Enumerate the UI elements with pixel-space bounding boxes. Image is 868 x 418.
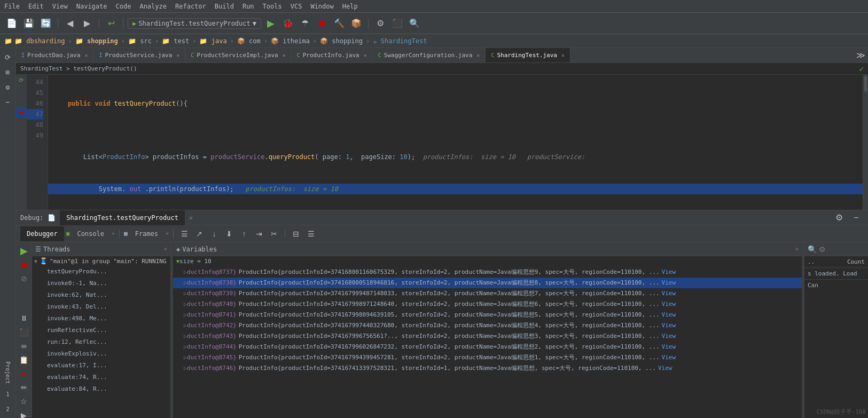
var-row-7-view[interactable]: View bbox=[662, 332, 676, 341]
editor-breadcrumb-class[interactable]: ShardingTest > testQueryProduct() bbox=[20, 65, 137, 72]
debug-btn[interactable]: 🐞 bbox=[280, 16, 295, 31]
menu-tools[interactable]: Tools bbox=[263, 3, 282, 10]
tab-shardingtest[interactable]: C ShardingTest.java ✕ bbox=[486, 48, 570, 63]
breadcrumb-shopping2[interactable]: 📦 shopping bbox=[320, 37, 363, 45]
save-btn[interactable]: 💾 bbox=[21, 16, 36, 31]
run-btn[interactable]: ▶ bbox=[263, 16, 278, 31]
debug-settings-btn[interactable]: ⚙ bbox=[832, 210, 847, 225]
tab-console[interactable]: Console bbox=[71, 226, 111, 241]
restore-layout-btn[interactable]: ⊟ bbox=[290, 227, 302, 240]
var-row-0[interactable]: ▼ size = 10 bbox=[173, 256, 802, 267]
thread-group-main[interactable]: ▼ 🧵 "main"@1 in group "main": RUNNING bbox=[32, 256, 170, 266]
search-everywhere-btn[interactable]: 🔍 bbox=[407, 16, 422, 31]
debug-arrow-btn[interactable]: ▶ bbox=[18, 409, 30, 418]
thread-item-6[interactable]: run:12, Reflec... bbox=[32, 336, 170, 348]
build2-btn[interactable]: 📦 bbox=[349, 16, 364, 31]
var-row-5[interactable]: ▷ ductInfo@8741} ProductInfo{productInfo… bbox=[173, 310, 802, 320]
tab-shardingtest-close[interactable]: ✕ bbox=[561, 52, 565, 58]
debug-copy-btn[interactable]: 📋 bbox=[18, 353, 30, 366]
thread-item-3[interactable]: invoke:43, Del... bbox=[32, 301, 170, 313]
breadcrumb-test[interactable]: 📁 test bbox=[162, 37, 189, 45]
frames-add[interactable]: + bbox=[166, 231, 169, 236]
sidebar-icon-1[interactable]: 1 bbox=[1, 387, 15, 401]
var-row-5-view[interactable]: View bbox=[662, 310, 676, 320]
build-btn[interactable]: 🔨 bbox=[332, 16, 347, 31]
var-row-7[interactable]: ▷ ductInfo@8743} ProductInfo{productInfo… bbox=[173, 331, 802, 342]
forward-btn[interactable]: ▶ bbox=[80, 16, 95, 31]
debug-session-tab[interactable]: ShardingTest.testQueryProduct bbox=[60, 210, 185, 225]
tab-debugger[interactable]: Debugger bbox=[20, 226, 64, 241]
coverage-btn[interactable]: ☂ bbox=[298, 16, 312, 31]
console-add[interactable]: + bbox=[112, 231, 115, 236]
show-execution-btn[interactable]: ☰ bbox=[178, 227, 191, 240]
debug-resume-btn[interactable]: ▶ bbox=[18, 245, 30, 257]
tab-swaggerconfiguration-close[interactable]: ✕ bbox=[476, 52, 480, 58]
terminal-btn[interactable]: ⬛ bbox=[390, 16, 405, 31]
var-row-8-view[interactable]: View bbox=[662, 342, 676, 352]
run-config-selector[interactable]: ▶ ShardingTest.testQueryProduct ▼ bbox=[128, 18, 261, 29]
debug-session-close[interactable]: ✕ bbox=[189, 214, 193, 222]
tab-productdao[interactable]: I ProductDao.java ✕ bbox=[16, 48, 93, 63]
breadcrumb-itheima[interactable]: 📦 itheima bbox=[271, 37, 310, 45]
debug-stop3-btn[interactable]: ⬛ bbox=[18, 326, 30, 338]
var-row-4-view[interactable]: View bbox=[662, 299, 676, 309]
run-to-cursor-btn[interactable]: ⇥ bbox=[253, 227, 265, 240]
var-row-10[interactable]: ▷ ductInfo@8746} ProductInfo{productInfo… bbox=[173, 363, 802, 374]
debug-mute-btn[interactable]: ⊘ bbox=[18, 272, 30, 285]
variables-options[interactable]: + bbox=[795, 246, 799, 253]
menu-vcs[interactable]: VCS bbox=[291, 3, 302, 10]
evaluate-btn[interactable]: ✂ bbox=[268, 227, 280, 240]
var-row-3[interactable]: ▷ ductInfo@8739} ProductInfo{productInfo… bbox=[173, 288, 802, 299]
step-out-btn[interactable]: ↑ bbox=[238, 227, 251, 240]
sidebar-icon-project[interactable]: Project bbox=[4, 359, 12, 386]
thread-item-10[interactable]: evaluate:84, R... bbox=[32, 383, 170, 395]
thread-item-0[interactable]: testQueryProdu... bbox=[32, 266, 170, 278]
breadcrumb-shopping[interactable]: 📁 shopping bbox=[75, 37, 118, 45]
var-row-6[interactable]: ▷ ductInfo@8742} ProductInfo{productInfo… bbox=[173, 320, 802, 331]
breadcrumb-java[interactable]: 📁 java bbox=[199, 37, 226, 45]
tab-productservice-close[interactable]: ✕ bbox=[176, 52, 179, 58]
var-row-1[interactable]: ▷ ductInfo@8737} ProductInfo{productInfo… bbox=[173, 267, 802, 278]
undo-btn[interactable]: ↩ bbox=[104, 16, 119, 31]
breadcrumb-shardingtest[interactable]: ☕ ShardingTest bbox=[373, 37, 427, 45]
menu-code[interactable]: Code bbox=[116, 3, 131, 10]
menu-navigate[interactable]: Navigate bbox=[76, 3, 107, 10]
step-into-btn[interactable]: ↓ bbox=[208, 227, 221, 240]
settings2-btn[interactable]: ☰ bbox=[304, 227, 317, 240]
menu-run[interactable]: Run bbox=[243, 3, 254, 10]
tab-swaggerconfiguration[interactable]: C SwaggerConfiguration.java ✕ bbox=[373, 48, 486, 63]
var-row-3-view[interactable]: View bbox=[662, 289, 676, 298]
breadcrumb-dbsharding[interactable]: 📁 dbsharding bbox=[14, 37, 65, 45]
debug-minimize-btn[interactable]: − bbox=[849, 210, 864, 225]
pause-btn[interactable]: ⏸ bbox=[18, 312, 30, 325]
back-btn[interactable]: ◀ bbox=[62, 16, 77, 31]
step-over-btn[interactable]: ↗ bbox=[193, 227, 206, 240]
thread-item-9[interactable]: evaluate:74, R... bbox=[32, 372, 170, 383]
menu-build[interactable]: Build bbox=[215, 3, 234, 10]
menu-analyze[interactable]: Analyze bbox=[139, 3, 167, 10]
menu-edit[interactable]: Edit bbox=[28, 3, 44, 10]
debug-star-btn[interactable]: ☆ bbox=[18, 395, 30, 408]
tab-productinfo[interactable]: C ProductInfo.java ✕ bbox=[292, 48, 373, 63]
thread-item-5[interactable]: runReflectiveC... bbox=[32, 325, 170, 336]
menu-file[interactable]: File bbox=[4, 3, 20, 10]
debug-stop2-btn[interactable]: ⏹ bbox=[18, 258, 30, 271]
sidebar-icon-structure[interactable]: ⊞ bbox=[1, 65, 15, 79]
code-content[interactable]: public void testQueryProduct(){ List<Pro… bbox=[48, 75, 863, 210]
sidebar-icon-refresh[interactable]: ⟳ bbox=[1, 50, 15, 64]
force-step-into-btn[interactable]: ⬇ bbox=[223, 227, 236, 240]
tab-productserviceimpl-close[interactable]: ✕ bbox=[283, 52, 286, 58]
tab-overflow-btn[interactable]: ≫ bbox=[853, 48, 868, 63]
menu-refactor[interactable]: Refactor bbox=[175, 3, 206, 10]
tab-frames[interactable]: Frames bbox=[129, 226, 165, 241]
menu-view[interactable]: View bbox=[52, 3, 68, 10]
debug-infinity-btn[interactable]: ∞ bbox=[18, 340, 30, 352]
sidebar-icon-settings[interactable]: ⚙ bbox=[1, 80, 15, 94]
var-row-1-view[interactable]: View bbox=[662, 267, 676, 277]
sidebar-icon-2[interactable]: 2 bbox=[1, 402, 15, 416]
var-row-10-view[interactable]: View bbox=[658, 364, 672, 373]
thread-item-7[interactable]: invokeExplosiv... bbox=[32, 348, 170, 360]
var-row-4[interactable]: ▷ ductInfo@8740} ProductInfo{productInfo… bbox=[173, 299, 802, 310]
debug-red2-btn[interactable]: ● bbox=[18, 367, 30, 380]
right-panel-search-btn[interactable]: 🔍 bbox=[808, 245, 817, 254]
